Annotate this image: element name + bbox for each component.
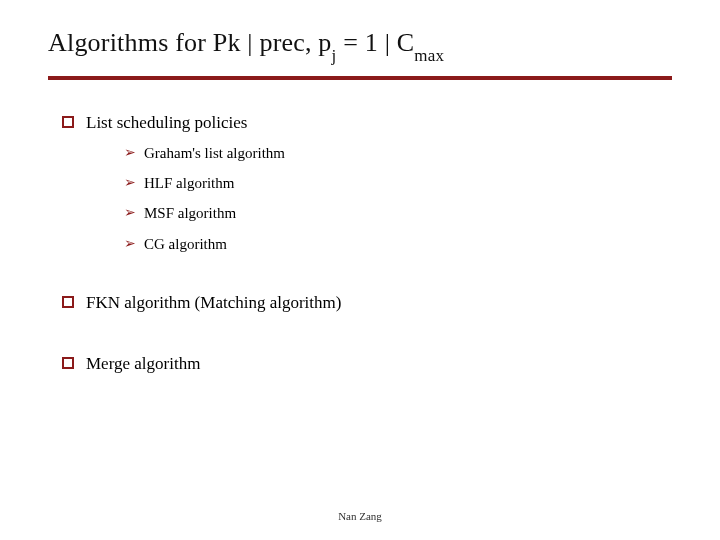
slide: Algorithms for Pk | prec, pj = 1 | Cmax … xyxy=(0,0,720,540)
bullet-list-scheduling: List scheduling policies xyxy=(62,112,662,135)
title-sub-max: max xyxy=(414,46,444,65)
sub-bullet-hlf: ➢ HLF algorithm xyxy=(124,173,662,193)
sub-bullet-text: CG algorithm xyxy=(144,236,227,252)
footer-author: Nan Zang xyxy=(0,510,720,522)
sub-bullet-msf: ➢ MSF algorithm xyxy=(124,203,662,223)
arrow-icon: ➢ xyxy=(124,204,136,223)
slide-title: Algorithms for Pk | prec, pj = 1 | Cmax xyxy=(48,28,444,62)
bullet-merge: Merge algorithm xyxy=(62,353,662,376)
square-bullet-icon xyxy=(62,116,74,128)
title-prefix: Algorithms for Pk | prec, p xyxy=(48,28,332,57)
sub-bullet-list: ➢ Graham's list algorithm ➢ HLF algorith… xyxy=(124,143,662,254)
sub-bullet-text: Graham's list algorithm xyxy=(144,145,285,161)
bullet-text: List scheduling policies xyxy=(86,113,247,132)
arrow-icon: ➢ xyxy=(124,144,136,163)
arrow-icon: ➢ xyxy=(124,235,136,254)
square-bullet-icon xyxy=(62,357,74,369)
sub-bullet-cg: ➢ CG algorithm xyxy=(124,234,662,254)
title-mid: = 1 | C xyxy=(337,28,415,57)
title-rule xyxy=(48,76,672,80)
bullet-fkn: FKN algorithm (Matching algorithm) xyxy=(62,292,662,315)
content-area: List scheduling policies ➢ Graham's list… xyxy=(62,112,662,384)
sub-bullet-text: MSF algorithm xyxy=(144,205,236,221)
sub-bullet-graham: ➢ Graham's list algorithm xyxy=(124,143,662,163)
square-bullet-icon xyxy=(62,296,74,308)
sub-bullet-text: HLF algorithm xyxy=(144,175,234,191)
bullet-text: Merge algorithm xyxy=(86,354,200,373)
arrow-icon: ➢ xyxy=(124,174,136,193)
title-sub-j: j xyxy=(332,46,337,65)
bullet-text: FKN algorithm (Matching algorithm) xyxy=(86,293,341,312)
